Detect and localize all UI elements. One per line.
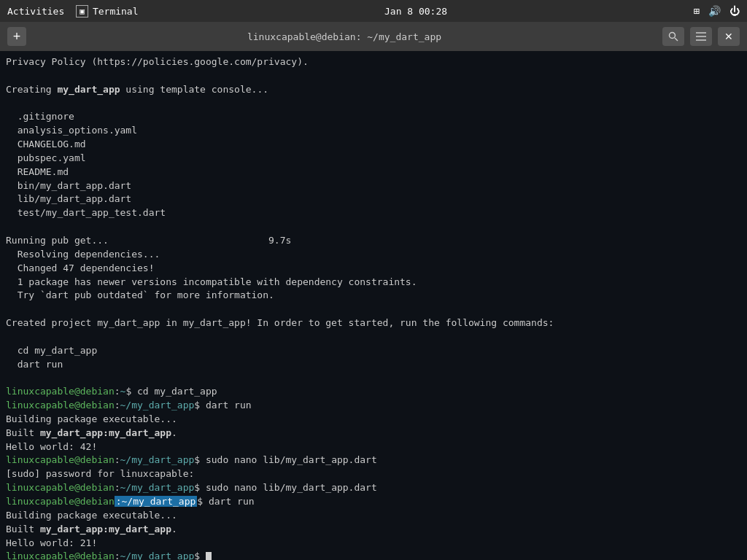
terminal-label: Terminal [93, 6, 139, 17]
titlebar-right: ✕ [662, 27, 740, 46]
close-button[interactable]: ✕ [718, 27, 740, 46]
system-bar-left: Activities ▣ Terminal [7, 5, 139, 18]
terminal-body[interactable]: Privacy Policy (https://policies.google.… [0, 51, 747, 560]
terminal-titlebar: + linuxcapable@debian: ~/my_dart_app ✕ [0, 22, 747, 51]
titlebar-left: + [7, 27, 26, 46]
system-bar-right: ⊞ 🔊 ⏻ [694, 5, 740, 17]
current-prompt-line: linuxcapable@debian:~/my_dart_app$ dart … [6, 496, 255, 507]
terminal-window-icon: ▣ [76, 5, 88, 18]
terminal-window: + linuxcapable@debian: ~/my_dart_app ✕ [0, 22, 747, 560]
volume-icon[interactable]: 🔊 [708, 5, 721, 17]
svg-point-0 [670, 33, 676, 39]
terminal-title: linuxcapable@debian: ~/my_dart_app [26, 31, 662, 42]
grid-icon[interactable]: ⊞ [694, 5, 700, 17]
terminal-indicator: ▣ Terminal [76, 5, 138, 18]
power-icon[interactable]: ⏻ [729, 5, 740, 17]
system-bar: Activities ▣ Terminal Jan 8 00:28 ⊞ 🔊 ⏻ [0, 0, 747, 22]
menu-button[interactable] [690, 27, 712, 46]
new-tab-button[interactable]: + [7, 27, 26, 46]
terminal-output: Privacy Policy (https://policies.google.… [6, 56, 554, 560]
svg-line-1 [675, 38, 678, 41]
search-button[interactable] [662, 27, 684, 46]
activities-button[interactable]: Activities [7, 6, 64, 17]
system-bar-datetime: Jan 8 00:28 [384, 6, 447, 17]
